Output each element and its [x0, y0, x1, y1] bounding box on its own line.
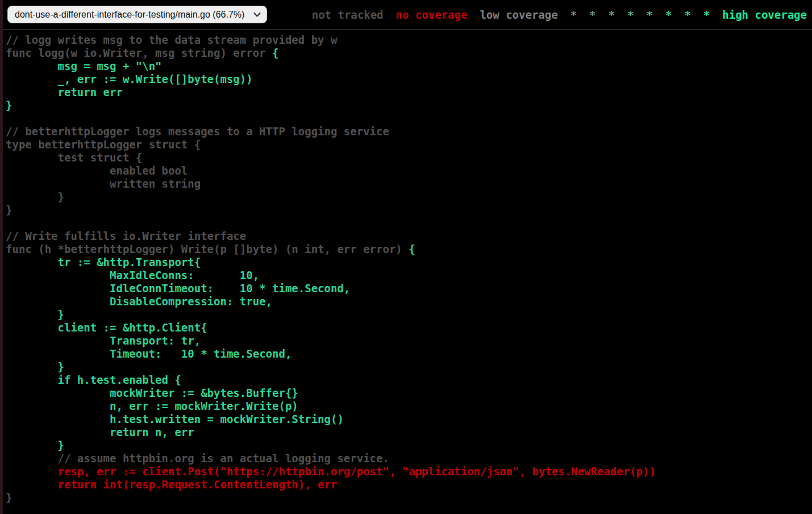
source-code: // logg writes msg to the data stream pr… [0, 30, 812, 514]
code-segment: func logg(w io.Writer, msg string) error [6, 47, 272, 59]
code-line [6, 112, 812, 125]
code-segment: } [6, 190, 64, 203]
code-line: } [6, 190, 812, 204]
code-line: msg = msg + "\n" [6, 60, 812, 73]
legend-item-cov9: * [703, 9, 710, 21]
code-segment: n, err := mockWriter.Write(p) [6, 400, 298, 412]
code-segment: DisableCompression: true, [6, 295, 272, 308]
file-select[interactable]: dont-use-a-different-interface-for-testi… [7, 6, 267, 23]
code-line: } [6, 99, 812, 112]
code-line: // logg writes msg to the data stream pr… [6, 34, 812, 47]
code-line: test struct { [6, 151, 812, 164]
code-line: // Write fulfills io.Writer interface [6, 230, 812, 243]
code-segment: func (h *betterhttpLogger) Write(p []byt… [6, 243, 409, 255]
code-segment: } [6, 491, 12, 504]
code-line: } [6, 439, 812, 452]
code-segment: if h.test.enabled { [6, 374, 181, 386]
code-segment: } [6, 204, 12, 216]
code-segment: resp, err := client.Post("https://httpbi… [6, 465, 656, 478]
legend-item-cov2: * [571, 9, 577, 21]
code-line: type betterhttpLogger struct { [6, 138, 812, 151]
code-segment: MaxIdleConns: 10, [6, 269, 259, 281]
code-segment: return err [6, 86, 123, 98]
code-line: tr := &http.Transport{ [6, 256, 812, 269]
code-line: } [6, 204, 812, 217]
code-line: DisableCompression: true, [6, 295, 812, 308]
code-line: client := &http.Client{ [6, 321, 812, 334]
code-line: // assume httpbin.org is an actual loggi… [6, 452, 812, 465]
code-line: Timeout: 10 * time.Second, [6, 347, 812, 360]
code-line [6, 217, 812, 230]
file-select-wrap: dont-use-a-different-interface-for-testi… [7, 6, 267, 23]
code-line: mockWriter := &bytes.Buffer{} [6, 387, 812, 400]
code-segment: { [409, 243, 415, 255]
code-segment: } [6, 439, 64, 451]
code-segment: // assume httpbin.org is an actual loggi… [6, 452, 389, 465]
code-segment: enabled bool [6, 164, 188, 177]
code-line: return int(resp.Request.ContentLength), … [6, 478, 812, 491]
code-segment: } [6, 360, 64, 373]
code-line: } [6, 360, 812, 374]
code-segment: } [6, 308, 64, 321]
code-segment: msg = msg + "\n" [6, 60, 162, 72]
code-segment: client := &http.Client{ [6, 321, 207, 334]
code-line: if h.test.enabled { [6, 374, 812, 387]
code-segment: Timeout: 10 * time.Second, [6, 347, 292, 360]
legend-item-cov10: high coverage [722, 9, 807, 21]
code-segment: { [272, 47, 278, 59]
code-line: h.test.written = mockWriter.String() [6, 413, 812, 426]
code-segment: return n, err [6, 426, 194, 438]
code-segment: tr := &http.Transport{ [6, 256, 201, 268]
coverage-legend: not trackedno coveragelow coverage******… [306, 9, 809, 21]
code-segment: type betterhttpLogger struct { [6, 138, 201, 151]
code-segment: return int(resp.Request.ContentLength), … [6, 478, 337, 491]
legend-item-cov7: * [665, 9, 672, 21]
code-line: return n, err [6, 426, 812, 439]
code-line: // betterhttpLogger logs messages to a H… [6, 125, 812, 138]
code-line: func (h *betterhttpLogger) Write(p []byt… [6, 243, 812, 256]
legend-item-cov5: * [627, 9, 634, 21]
window-edge [0, 0, 3, 514]
code-line: Transport: tr, [6, 334, 812, 347]
code-segment: written string [6, 177, 201, 190]
code-line: n, err := mockWriter.Write(p) [6, 400, 812, 413]
legend-item-cov3: * [589, 9, 596, 21]
code-line: written string [6, 177, 812, 190]
legend-item-cov1: low coverage [480, 9, 557, 21]
code-line: func logg(w io.Writer, msg string) error… [6, 47, 812, 60]
code-line: } [6, 308, 812, 321]
code-segment: // betterhttpLogger logs messages to a H… [6, 125, 389, 138]
code-line: IdleConnTimeout: 10 * time.Second, [6, 282, 812, 295]
code-segment: Transport: tr, [6, 334, 201, 347]
code-segment: } [6, 99, 12, 111]
legend-item-cov4: * [609, 9, 615, 21]
code-line: } [6, 491, 812, 504]
code-segment: test struct { [6, 151, 142, 164]
legend-item-unt: not tracked [312, 9, 384, 21]
code-line: resp, err := client.Post("https://httpbi… [6, 465, 812, 478]
code-line: enabled bool [6, 164, 812, 177]
code-segment: mockWriter := &bytes.Buffer{} [6, 387, 298, 399]
legend-item-cov6: * [646, 9, 652, 21]
code-segment: h.test.written = mockWriter.String() [6, 413, 344, 425]
topbar: dont-use-a-different-interface-for-testi… [0, 0, 812, 30]
code-line: return err [6, 86, 812, 99]
code-segment: IdleConnTimeout: 10 * time.Second, [6, 282, 350, 295]
code-line: _, err := w.Write([]byte(msg)) [6, 73, 812, 86]
code-segment: // Write fulfills io.Writer interface [6, 230, 246, 242]
legend-item-cov0: no coverage [396, 9, 468, 21]
code-segment: _, err := w.Write([]byte(msg)) [6, 73, 253, 85]
legend-item-cov8: * [684, 9, 690, 21]
code-segment: // logg writes msg to the data stream pr… [6, 34, 337, 46]
code-line: MaxIdleConns: 10, [6, 269, 812, 282]
